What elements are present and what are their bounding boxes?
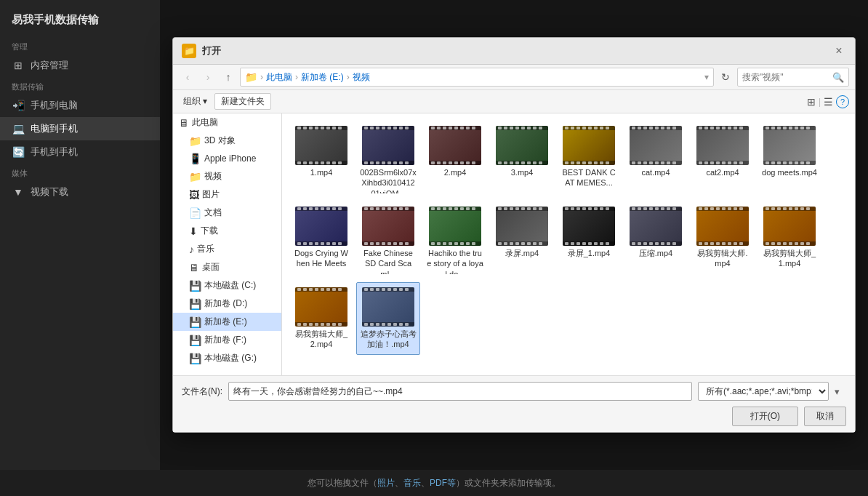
video-download-icon: ▼ [12,185,25,199]
nav-music[interactable]: ♪ 音乐 [173,240,281,258]
nav-3d-objects[interactable]: 📁 3D 对象 [173,132,281,150]
dialog-toolbar2: 组织 ▾ 新建文件夹 ⊞ | ☰ ? [173,90,855,113]
filename-input[interactable] [228,382,692,401]
nav-pictures[interactable]: 🖼 图片 [173,185,281,204]
back-btn[interactable]: ‹ [179,68,196,86]
drive-c-icon: 💾 [189,280,201,292]
sep2: › [295,72,298,82]
file-item[interactable]: Dogs Crying When He Meets ... [289,201,353,279]
filetype-dropdown[interactable]: ▾ [835,386,846,397]
file-item[interactable]: 录屏.mp4 [490,201,554,279]
nav-drive-g[interactable]: 💾 本地磁盘 (G:) [173,349,281,367]
pdf-link[interactable]: PDF等 [430,478,456,488]
file-thumb [429,207,481,246]
drive-g-icon: 💾 [189,353,201,364]
file-item[interactable]: cat2.mp4 [691,121,755,199]
music-link[interactable]: 音乐 [403,478,421,488]
dialog-overlay: 📁 打开 × ‹ › ↑ 📁 › 此电脑 › 新加卷 (E:) [160,0,868,470]
file-item[interactable]: BEST DANK CAT MEMES... [557,121,621,199]
file-item[interactable]: dog meets.mp4 [758,121,821,199]
video-folder-icon: 📁 [189,171,201,183]
nav-drive-d-label: 新加卷 (D:) [204,297,247,310]
phone-to-phone-icon: 🔄 [12,145,25,159]
view-grid-btn[interactable]: ⊞ [805,95,817,109]
file-item[interactable]: 002BSrm6lx07xXihbd3i010412 01yjQM... [356,121,420,199]
cancel-btn[interactable]: 取消 [804,407,846,426]
breadcrumb-folder[interactable]: 视频 [353,71,370,84]
nav-video[interactable]: 📁 视频 [173,167,281,185]
file-item[interactable]: Fake Chinese SD Card Scam!... [356,201,420,279]
file-name: 易我剪辑大师_2.mp4 [293,329,350,350]
new-folder-label: 新建文件夹 [221,96,265,106]
file-item[interactable]: 易我剪辑大师_1.mp4 [758,201,821,279]
new-folder-btn[interactable]: 新建文件夹 [214,93,271,110]
breadcrumb-drive[interactable]: 新加卷 (E:) [301,71,344,84]
nav-iphone-label: Apple iPhone [204,153,256,164]
open-btn[interactable]: 打开(O) [732,407,798,426]
up-btn[interactable]: ↑ [220,68,237,86]
file-thumb [362,287,414,327]
file-thumb [429,126,481,165]
section-media: 媒体 [0,164,160,180]
file-thumb [563,126,615,165]
sidebar-item-video-download[interactable]: ▼ 视频下载 [0,180,160,204]
file-item[interactable]: 压缩.mp4 [624,201,688,279]
view-list-btn[interactable]: ☰ [822,95,835,109]
file-name: dog meets.mp4 [762,167,817,177]
forward-btn[interactable]: › [199,68,217,86]
file-item[interactable]: 易我剪辑大师.mp4 [691,201,755,279]
file-name: 易我剪辑大师.mp4 [694,248,751,269]
sidebar-item-content-mgmt[interactable]: ⊞ 内容管理 [0,54,160,77]
search-input[interactable] [742,72,829,82]
sidebar-item-phone-to-pc[interactable]: 📲 手机到电脑 [0,94,160,117]
nav-drive-c[interactable]: 💾 本地磁盘 (C:) [173,276,281,295]
breadcrumb-dropdown[interactable]: ▾ [704,72,709,82]
nav-drive-d[interactable]: 💾 新加卷 (D:) [173,295,281,313]
file-item[interactable]: 录屏_1.mp4 [557,201,621,279]
section-transfer: 数据传输 [0,77,160,94]
drive-d-icon: 💾 [189,298,201,310]
file-item[interactable]: cat.mp4 [624,121,688,199]
file-item[interactable]: 追梦赤子心高考加油！.mp4 [356,282,420,355]
breadcrumb-pc[interactable]: 此电脑 [266,71,292,84]
photo-link[interactable]: 照片 [377,478,395,488]
dialog-toolbar1: ‹ › ↑ 📁 › 此电脑 › 新加卷 (E:) › 视频 ▾ ↻ [173,65,855,90]
file-thumb [295,126,347,165]
nav-apple-iphone[interactable]: 📱 Apple iPhone [173,150,281,167]
help-btn[interactable]: ? [836,95,849,108]
refresh-btn[interactable]: ↻ [717,68,734,86]
nav-desktop[interactable]: 🖥 桌面 [173,258,281,276]
view-icons: ⊞ | ☰ ? [805,95,849,109]
app-window: 🔒 ▣ | ⚙ | □ — □ ✕ 易我手机数据传输 管理 ⊞ 内容管理 数据传… [0,0,868,496]
file-item[interactable]: Hachiko the true story of a loyal do... [423,201,487,279]
nav-downloads[interactable]: ⬇ 下载 [173,222,281,240]
file-thumb [763,207,816,246]
file-thumb [295,287,347,327]
nav-pictures-label: 图片 [202,188,220,201]
file-thumb [496,207,548,246]
file-name: 压缩.mp4 [639,248,672,258]
sidebar-item-pc-to-phone[interactable]: 💻 电脑到手机 [0,117,160,140]
section-mgmt: 管理 [0,37,160,54]
file-item[interactable]: 1.mp4 [289,121,353,199]
file-item[interactable]: 3.mp4 [490,121,554,199]
search-icon[interactable]: 🔍 [832,72,844,83]
nav-drive-f-label: 新加卷 (F:) [204,334,246,346]
nav-drive-c-label: 本地磁盘 (C:) [204,279,256,292]
3d-icon: 📁 [189,135,201,147]
organize-btn[interactable]: 组织 ▾ [179,94,212,109]
file-item[interactable]: 易我剪辑大师_2.mp4 [289,282,353,355]
desktop-icon: 🖥 [189,262,199,273]
dialog-close-btn[interactable]: × [832,44,846,58]
file-thumb [630,207,682,246]
sep3: › [347,72,350,82]
file-item[interactable]: 2.mp4 [423,121,487,199]
nav-this-pc[interactable]: 🖥 此电脑 [173,113,281,132]
nav-drive-e[interactable]: 💾 新加卷 (E:) [173,313,281,331]
nav-music-label: 音乐 [197,243,214,255]
filetype-select[interactable]: 所有(*.aac;*.ape;*.avi;*bmp;*... [698,382,829,401]
nav-drive-f[interactable]: 💾 新加卷 (F:) [173,331,281,349]
sidebar-item-phone-to-phone[interactable]: 🔄 手机到手机 [0,140,160,164]
file-thumb [362,207,414,246]
nav-documents[interactable]: 📄 文档 [173,204,281,222]
